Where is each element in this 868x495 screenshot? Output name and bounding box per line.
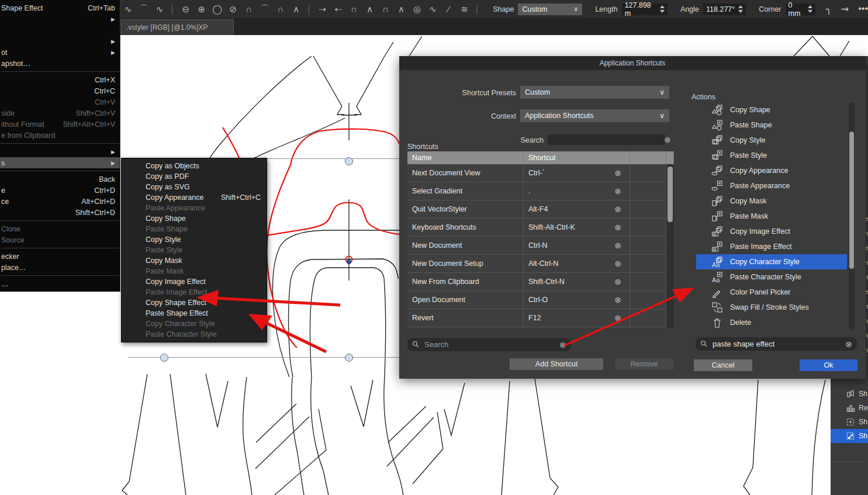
extend-left-icon[interactable]: ⇠ [333, 4, 344, 15]
submenu-item-copy-appearance[interactable]: Copy AppearanceShift+Ctrl+C [122, 192, 267, 203]
remove-shortcut-icon[interactable]: ⊗ [614, 223, 621, 232]
selected-anchor-point[interactable] [347, 260, 351, 264]
shape-preset-select[interactable]: Custom ∨ [518, 4, 582, 15]
context-menu-item[interactable]: … [0, 278, 120, 289]
document-tab[interactable]: .vstyler [RGB] [@1.0%]XP [121, 19, 234, 35]
delete-node-icon[interactable]: ⊖ [181, 4, 191, 15]
round-corner-icon[interactable]: ╮ [826, 4, 832, 15]
panel-item-export-frame[interactable]: Sh [831, 429, 868, 443]
flip-curve-icon[interactable]: ∿ [428, 4, 438, 15]
context-menu-item[interactable]: place… [0, 262, 120, 273]
context-menu-item[interactable]: Ctrl+V [0, 96, 120, 108]
context-menu-item[interactable]: Source [0, 234, 120, 245]
ok-button[interactable]: Ok [800, 359, 857, 371]
arc-flat-icon[interactable]: ⌒ [260, 4, 270, 15]
context-menu-item[interactable]: ot▶ [0, 47, 120, 58]
shortcut-search-input[interactable] [548, 134, 665, 145]
close-path-icon[interactable]: ⊘ [228, 4, 238, 15]
scrollbar-thumb[interactable] [668, 167, 673, 222]
length-field[interactable]: 127.898 m [622, 4, 668, 15]
action-item-copy-character-style[interactable]: AaCopy Character Style [696, 254, 847, 269]
context-menu-item[interactable]: ▶ [0, 13, 120, 25]
panel-item-report[interactable]: Re [831, 401, 868, 415]
remove-shortcut-icon[interactable]: ⊗ [614, 295, 621, 304]
action-item-paste-style[interactable]: Paste Style [696, 148, 847, 163]
add-node-icon[interactable]: ⊕ [196, 4, 207, 15]
curve-arrows-icon[interactable]: ⇝ [841, 4, 849, 15]
table-row[interactable]: New From ClipboardShift-Ctrl-N⊗ [407, 273, 674, 291]
table-row[interactable]: Next Document ViewCtrl-`⊗ [407, 164, 674, 182]
remove-shortcut-icon[interactable]: ⊗ [614, 277, 621, 286]
panel-item-columns[interactable]: Sh [831, 387, 868, 401]
selection-handle[interactable] [161, 354, 168, 362]
actions-search-box[interactable]: ⊗ [696, 337, 857, 351]
shortcuts-search-input[interactable] [423, 340, 556, 349]
remove-shortcut-icon[interactable]: ⊗ [614, 259, 621, 268]
length-stepper[interactable] [660, 5, 665, 13]
context-menu-item[interactable]: ▶ [0, 36, 120, 47]
submenu-item-copy-shape[interactable]: Copy Shape [122, 213, 267, 224]
submenu-item-paste-character-style[interactable]: Paste Character Style [122, 329, 267, 340]
context-menu-item[interactable]: ceAlt+Ctrl+D [0, 196, 120, 207]
simplify-wave-icon[interactable]: ≋ [459, 4, 470, 15]
round-cap-icon[interactable]: ∩ [381, 4, 391, 14]
table-scrollbar[interactable] [666, 164, 674, 328]
angle-field[interactable]: 118.277° [703, 4, 746, 15]
action-item-paste-shape[interactable]: Paste Shape [696, 117, 847, 133]
remove-shortcut-icon[interactable]: ⊗ [614, 205, 621, 214]
context-menu-item[interactable]: Ctrl+X [0, 74, 120, 85]
action-item-paste-image-effect[interactable]: Paste Image Effect [696, 239, 847, 254]
context-select[interactable]: Application Shortcuts ∨ [520, 109, 669, 122]
selection-handle[interactable] [345, 158, 353, 165]
submenu-item-copy-as-svg[interactable]: Copy as SVG [122, 182, 267, 192]
curve-segment-icon[interactable]: ∿ [123, 4, 133, 15]
add-shortcut-button[interactable]: Add Shortcut [510, 358, 603, 370]
remove-shortcut-icon[interactable]: ⊗ [614, 186, 621, 196]
table-row[interactable]: RevertF12⊗ [407, 309, 674, 327]
arc-node-icon[interactable]: ∩ [275, 4, 286, 14]
context-menu-item[interactable]: Shape EffectCtrl+Tab [0, 2, 120, 13]
context-menu-item[interactable]: s▶ [0, 157, 120, 168]
selection-handle[interactable] [345, 354, 353, 362]
toolbar-overflow-icon[interactable]: ••• [858, 4, 868, 15]
table-row[interactable]: Keyboard ShortcutsShift-Alt-Ctrl-K⊗ [407, 219, 674, 237]
action-item-copy-shape[interactable]: Copy Shape [696, 102, 847, 117]
shortcut-presets-select[interactable]: Custom ∨ [520, 86, 669, 99]
context-menu-item[interactable]: eCtrl+D [0, 185, 120, 196]
context-menu-item[interactable]: ithout FormatShift+Alt+Ctrl+V [0, 119, 120, 130]
knife-icon[interactable]: ⁄ [444, 4, 454, 14]
action-item-delete[interactable]: Delete [696, 315, 847, 330]
submenu-item-paste-mask[interactable]: Paste Mask [122, 266, 267, 276]
scrollbar-thumb[interactable] [849, 131, 854, 269]
remove-shortcut-icon[interactable]: ⊗ [614, 313, 621, 323]
smooth-corner-icon[interactable]: ∩ [349, 4, 359, 14]
action-item-paste-appearance[interactable]: Paste Appearance [696, 178, 847, 193]
context-menu-item[interactable]: Ctrl+C [0, 85, 120, 96]
submenu-item-copy-as-objects[interactable]: Copy as Objects [122, 161, 267, 171]
table-row[interactable]: New Document SetupAlt-Ctrl-N⊗ [407, 255, 674, 273]
context-menu-item[interactable]: sideShift+Ctrl+V [0, 108, 120, 119]
actions-scrollbar[interactable] [849, 102, 855, 330]
submenu-item-paste-shape-effect[interactable]: Paste Shape Effect [122, 308, 267, 319]
submenu-item-paste-shape[interactable]: Paste Shape [122, 224, 267, 234]
submenu-item-paste-appearance[interactable]: Paste Appearance [122, 203, 267, 213]
action-item-swap-styles[interactable]: Swap Fill / Stroke Styles [696, 300, 847, 315]
extend-right-icon[interactable]: ⇢ [317, 4, 328, 15]
context-menu-item[interactable]: apshot… [0, 58, 120, 69]
table-row[interactable]: Quit VectorStylerAlt-F4⊗ [407, 200, 674, 219]
peak-node-icon[interactable]: ∧ [291, 4, 302, 15]
table-row[interactable]: Close ViewCtrl-W⊗ [407, 327, 674, 328]
submenu-item-paste-style[interactable]: Paste Style [122, 245, 267, 255]
arc-segment-icon[interactable]: ⌒ [139, 4, 149, 15]
context-menu-item[interactable]: Back [0, 174, 120, 185]
submenu-item-copy-shape-effect[interactable]: Copy Shape Effect [122, 297, 267, 308]
corner-field[interactable]: 0 mm [786, 4, 816, 15]
s-curve-icon[interactable]: ∿ [154, 4, 165, 15]
submenu-item-copy-character-style[interactable]: Copy Character Style [122, 319, 267, 329]
action-item-copy-image-effect[interactable]: Copy Image Effect [696, 224, 847, 239]
concentric-circle-icon[interactable]: ◎ [412, 4, 423, 15]
submenu-item-copy-as-pdf[interactable]: Copy as PDF [122, 171, 267, 182]
angle-stepper[interactable] [738, 5, 743, 13]
context-menu-item[interactable]: e from Clipboard [0, 130, 120, 141]
submenu-item-copy-mask[interactable]: Copy Mask [122, 255, 267, 266]
